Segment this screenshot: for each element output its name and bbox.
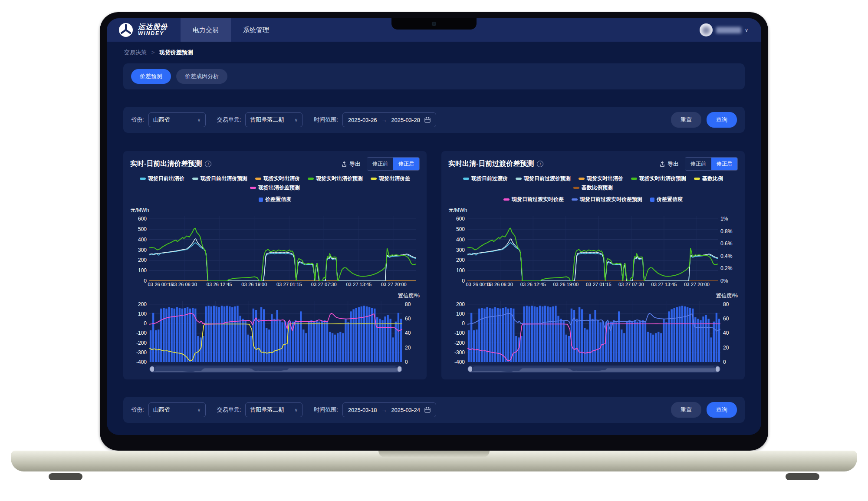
date-start[interactable]: 2025-03-18 [348, 407, 377, 413]
legend-item[interactable]: 现货出清价差预测 [250, 184, 300, 191]
axis-tick-label: 100 [456, 311, 465, 317]
breadcrumb: 交易决策 > 现货价差预测 [124, 49, 745, 56]
export-icon [659, 161, 665, 167]
filter-bar-top: 省份: 山西省 ∨ 交易单元: 昔阳皋落二期 ∨ 时间范围: 2025-03-2… [123, 107, 745, 133]
axis-tick-label: 100 [456, 267, 465, 274]
legend-item[interactable]: 现货日前出清价预测 [192, 175, 247, 182]
export-button[interactable]: 导出 [341, 160, 361, 168]
legend-chip [192, 178, 198, 180]
confidence-label-row: 置信度/% [448, 292, 738, 300]
breadcrumb-parent[interactable]: 交易决策 [124, 49, 147, 56]
x-axis-tick-label: 03-26 06:30 [487, 282, 513, 287]
legend-item[interactable]: 基数比例预测 [573, 184, 613, 191]
legend-item[interactable]: 现货日前过渡价预测 [516, 175, 571, 182]
info-icon[interactable]: i [537, 161, 543, 167]
axis-tick-label: -200 [454, 340, 465, 346]
legend-item[interactable]: 现货日前出清价 [140, 175, 184, 182]
date-range-picker[interactable]: 2025-03-18 → 2025-03-24 [342, 402, 436, 417]
slider-handle-right[interactable] [398, 366, 401, 372]
axis-unit-row: 元/MWh [448, 207, 738, 214]
axis-tick-label: 0 [144, 320, 147, 326]
panel-actions: 导出修正前修正后 [659, 157, 738, 171]
arrow-right-icon: → [381, 407, 387, 413]
legend-row: 现货日前出清价现货日前出清价预测现货实时出清价现货实时出清价预测现货出清价差现货… [130, 175, 420, 191]
legend-item[interactable]: 价差置信度 [650, 196, 683, 203]
legend-item[interactable]: 基数比例 [694, 175, 723, 182]
legend-item[interactable]: 现货实时出清价预测 [631, 175, 686, 182]
date-range-picker[interactable]: 2025-03-26 → 2025-03-28 [342, 112, 436, 127]
legend-item[interactable]: 现货日前过渡实时价差 [503, 196, 564, 203]
breadcrumb-current: 现货价差预测 [159, 49, 193, 56]
x-axis-tick-label: 03-27 20:00 [684, 282, 710, 287]
chevron-down-icon: ∨ [294, 407, 298, 413]
axis-tick-label: 0 [462, 278, 465, 284]
nav-tab-power-trading[interactable]: 电力交易 [181, 18, 231, 42]
legend-item[interactable]: 现货实时出清价 [255, 175, 300, 182]
trade-unit-select[interactable]: 昔阳皋落二期 ∨ [245, 402, 302, 417]
confidence-axis-label: 置信度/% [716, 292, 738, 300]
axis-tick-label: 40 [723, 330, 729, 336]
datazoom-slider[interactable] [467, 366, 720, 372]
legend-item[interactable]: 现货日前过渡价 [463, 175, 508, 182]
x-axis-tick-label: 03-27 07:30 [618, 282, 644, 287]
axis-tick-label: -100 [136, 330, 147, 336]
slider-handle-right[interactable] [716, 366, 720, 372]
legend-chip [308, 178, 314, 180]
datazoom-slider[interactable] [149, 366, 402, 372]
province-select[interactable]: 山西省 ∨ [148, 402, 206, 417]
screen: 运达股份 WINDEY 电力交易 系统管理 ∨ 交易决策 > 现货价差预测 [107, 18, 761, 435]
legend-item[interactable]: 价差置信度 [259, 196, 291, 203]
legend-item[interactable]: 现货实时出清价预测 [308, 175, 363, 182]
panel-header: 实时出清-日前过渡价差预测i导出修正前修正后 [448, 157, 738, 171]
toggle-after-correction[interactable]: 修正后 [393, 158, 419, 170]
query-button[interactable]: 查询 [707, 112, 737, 128]
reset-button[interactable]: 重置 [671, 402, 701, 418]
info-icon[interactable]: i [205, 161, 211, 167]
axis-tick-label: 400 [456, 237, 465, 243]
axis-tick-label: 20 [723, 345, 729, 351]
axis-tick-label: 60 [723, 316, 729, 322]
trade-unit-label: 交易单元: [217, 116, 241, 124]
axis-tick-label: 0.2% [720, 265, 732, 271]
axis-tick-label: 1% [720, 216, 728, 222]
date-end[interactable]: 2025-03-28 [391, 117, 420, 123]
user-menu[interactable]: ∨ [700, 18, 761, 42]
legend-chip [573, 187, 579, 189]
price-x-axis: 03-26 00:1503-26 06:3003-26 12:4503-26 1… [149, 282, 416, 290]
toggle-before-correction[interactable]: 修正前 [685, 158, 711, 170]
legend-row: 现货日前过渡实时价差现货日前过渡实时价差预测价差置信度 [448, 196, 738, 203]
panel-title: 实时出清-日前过渡价差预测 [448, 159, 534, 168]
x-axis-tick-label: 03-27 13:45 [651, 282, 677, 287]
legend-chip [503, 198, 510, 201]
tab-spread-cause-analysis[interactable]: 价差成因分析 [176, 69, 227, 84]
tab-spread-forecast[interactable]: 价差预测 [131, 69, 171, 84]
axis-tick-label: 0.8% [720, 228, 732, 234]
slider-handle-left[interactable] [468, 366, 472, 372]
screenshot-stage: 运达股份 WINDEY 电力交易 系统管理 ∨ 交易决策 > 现货价差预测 [0, 0, 868, 501]
province-select[interactable]: 山西省 ∨ [148, 112, 206, 127]
chevron-down-icon: ∨ [197, 117, 201, 123]
province-label: 省份: [131, 406, 144, 414]
legend-chip [259, 198, 263, 202]
reset-button[interactable]: 重置 [671, 112, 701, 128]
arrow-right-icon: → [381, 117, 387, 123]
query-button[interactable]: 查询 [707, 402, 737, 418]
axis-tick-label: 200 [138, 301, 147, 307]
calendar-icon [424, 117, 431, 123]
avatar[interactable] [700, 23, 713, 36]
trade-unit-select[interactable]: 昔阳皋落二期 ∨ [245, 112, 302, 127]
legend-item[interactable]: 现货日前过渡实时价差预测 [572, 196, 642, 203]
legend-item[interactable]: 现货实时出清价 [579, 175, 623, 182]
chart-panels: 实时-日前出清价差预测i导出修正前修正后现货日前出清价现货日前出清价预测现货实时… [123, 151, 745, 379]
axis-unit-row: 元/MWh [130, 207, 420, 214]
toggle-before-correction[interactable]: 修正前 [367, 158, 393, 170]
nav-tab-system-admin[interactable]: 系统管理 [231, 18, 281, 42]
export-button[interactable]: 导出 [659, 160, 679, 168]
date-start[interactable]: 2025-03-26 [348, 117, 377, 123]
legend-item[interactable]: 现货出清价差 [371, 175, 410, 182]
chevron-down-icon[interactable]: ∨ [745, 27, 748, 33]
slider-handle-left[interactable] [150, 366, 154, 372]
axis-tick-label: 0.6% [720, 241, 732, 247]
date-end[interactable]: 2025-03-24 [391, 407, 420, 413]
toggle-after-correction[interactable]: 修正后 [711, 158, 737, 170]
